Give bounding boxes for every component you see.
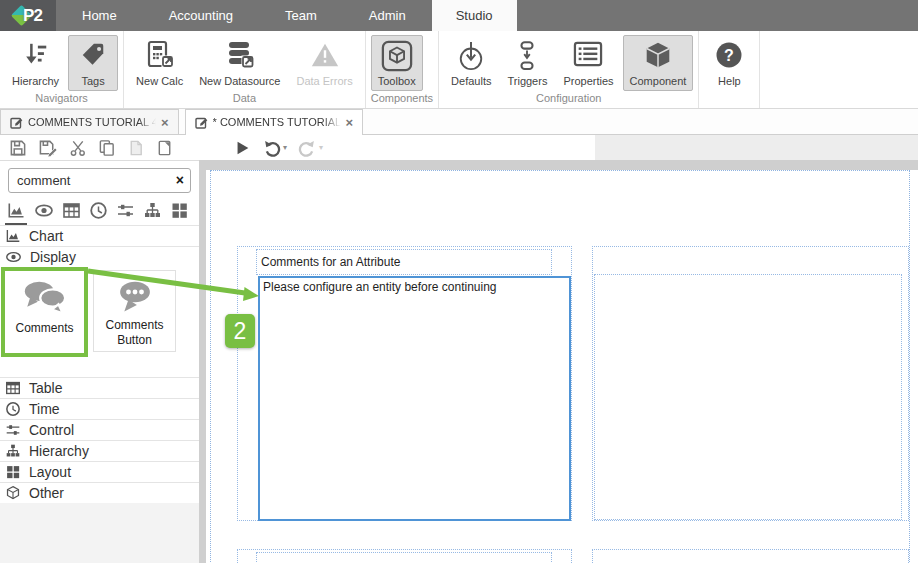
canvas-gutter-left — [199, 160, 206, 563]
triggers-button[interactable]: Triggers — [500, 35, 554, 91]
save-icon — [9, 139, 27, 157]
paste-button[interactable] — [127, 139, 145, 157]
run-icon — [234, 139, 251, 157]
section-display[interactable]: Display — [0, 246, 199, 267]
close-icon[interactable]: × — [161, 116, 169, 129]
section-other[interactable]: Other — [0, 482, 199, 503]
component-cube-icon — [642, 40, 674, 72]
component-tiles: Comments Comments Button — [0, 267, 199, 377]
search-clear-icon[interactable]: × — [176, 172, 184, 189]
help-button[interactable]: ? Help — [704, 35, 754, 91]
dashboard-group-bottom-left[interactable] — [237, 549, 572, 563]
section-time[interactable]: Time — [0, 398, 199, 419]
component-filter-row — [0, 193, 199, 225]
chart-icon — [5, 228, 21, 244]
layout-icon — [5, 464, 21, 480]
toolbox-panel: × — [0, 160, 199, 563]
ribbon-group-label: Components — [371, 92, 433, 107]
eye-icon — [5, 249, 22, 265]
ribbon-group-navigators: Hierarchy Tags Navigators — [0, 31, 124, 108]
properties-button[interactable]: Properties — [556, 35, 620, 91]
section-control[interactable]: Control — [0, 419, 199, 440]
cut-icon — [69, 139, 87, 157]
p2-logo-text: P2 — [23, 6, 42, 26]
document-tabbar: COMMENTS TUTORIAL 4. × * COMMENTS TUTORI… — [0, 109, 918, 135]
ribbon-group-label: Data — [129, 92, 360, 107]
p2-logo: P2 — [0, 0, 56, 31]
clock-icon — [5, 401, 21, 417]
ribbon-group-help: ? Help — [699, 31, 760, 108]
design-canvas[interactable]: Comments for an Attribute Please configu… — [199, 160, 918, 563]
document-tab-1[interactable]: COMMENTS TUTORIAL 4. × — [0, 109, 179, 134]
redo-icon — [298, 139, 317, 157]
component-button[interactable]: Component — [623, 35, 694, 91]
save-edit-icon — [38, 139, 58, 157]
save-edit-button[interactable] — [38, 139, 58, 157]
p2-studio-window: P2 Home Accounting Team Admin Studio Hie… — [0, 0, 918, 563]
empty-component-placeholder[interactable] — [594, 274, 902, 520]
menu-item-home[interactable]: Home — [56, 0, 143, 31]
hierarchy-button[interactable]: Hierarchy — [5, 35, 66, 91]
filter-chart-icon[interactable] — [5, 201, 27, 225]
close-icon[interactable]: × — [346, 116, 354, 129]
dashboard-group-bottom-right[interactable] — [592, 549, 909, 563]
filter-layout-icon[interactable] — [169, 201, 190, 225]
control-icon — [5, 422, 21, 438]
triggers-icon — [515, 40, 539, 72]
filter-eye-icon[interactable] — [33, 201, 55, 225]
edit-pencil-icon — [10, 116, 23, 129]
comments-icon — [21, 277, 69, 319]
section-table[interactable]: Table — [0, 377, 199, 398]
toolbox-button[interactable]: Toolbox — [371, 35, 423, 91]
ribbon-group-data: New Calc New Datasource — [124, 31, 366, 108]
menu-item-team[interactable]: Team — [259, 0, 343, 31]
tag-icon — [79, 40, 107, 70]
search-input[interactable] — [8, 168, 191, 193]
redo-button[interactable]: ▾ — [298, 139, 323, 157]
comments-button-icon — [113, 279, 157, 316]
canvas-gutter-top — [199, 160, 918, 170]
export-icon — [156, 139, 174, 157]
filter-hierarchy-tree-icon[interactable] — [142, 201, 163, 225]
defaults-button[interactable]: Defaults — [444, 35, 498, 91]
filter-control-icon[interactable] — [115, 201, 136, 225]
filter-table-icon[interactable] — [61, 201, 82, 225]
copy-button[interactable] — [98, 139, 116, 157]
hierarchy-tree-icon — [5, 443, 21, 459]
save-button[interactable] — [9, 139, 27, 157]
ribbon-group-label: Navigators — [5, 92, 118, 107]
menu-item-admin[interactable]: Admin — [343, 0, 432, 31]
properties-icon — [572, 40, 604, 68]
menu-item-studio[interactable]: Studio — [432, 0, 517, 31]
editor-toolbar: ▾ ▾ — [0, 135, 918, 160]
ribbon-group-label: Configuration — [444, 92, 693, 107]
copy-icon — [98, 139, 116, 157]
chevron-down-icon: ▾ — [319, 143, 323, 152]
run-button[interactable] — [234, 139, 251, 157]
section-chart[interactable]: Chart — [0, 225, 199, 246]
tile-comments-button[interactable]: Comments Button — [93, 270, 176, 352]
panel-title[interactable]: Comments for an Attribute — [256, 249, 552, 275]
document-tab-2[interactable]: * COMMENTS TUTORIAL × — [185, 109, 364, 134]
dashboard-group-left[interactable]: Comments for an Attribute Please configu… — [237, 246, 572, 521]
ribbon-group-configuration: Defaults Triggers — [439, 31, 699, 108]
tags-button[interactable]: Tags — [68, 35, 118, 91]
menu-item-accounting[interactable]: Accounting — [143, 0, 259, 31]
step-2-badge: 2 — [225, 314, 255, 348]
comments-component-selected[interactable]: Please configure an entity before contin… — [258, 276, 571, 521]
section-layout[interactable]: Layout — [0, 461, 199, 482]
new-datasource-button[interactable]: New Datasource — [192, 35, 287, 91]
export-button[interactable] — [156, 139, 174, 157]
undo-button[interactable]: ▾ — [262, 139, 287, 157]
dashboard-group-right[interactable] — [592, 246, 909, 521]
help-icon: ? — [714, 40, 744, 70]
calculator-icon — [145, 40, 175, 70]
cut-button[interactable] — [69, 139, 87, 157]
panel-title-empty[interactable] — [256, 552, 552, 563]
section-hierarchy[interactable]: Hierarchy — [0, 440, 199, 461]
data-errors-button[interactable]: Data Errors — [289, 35, 359, 91]
filter-clock-icon[interactable] — [88, 201, 109, 225]
svg-text:?: ? — [725, 47, 735, 64]
new-calc-button[interactable]: New Calc — [129, 35, 190, 91]
tile-comments[interactable]: Comments — [1, 267, 88, 357]
